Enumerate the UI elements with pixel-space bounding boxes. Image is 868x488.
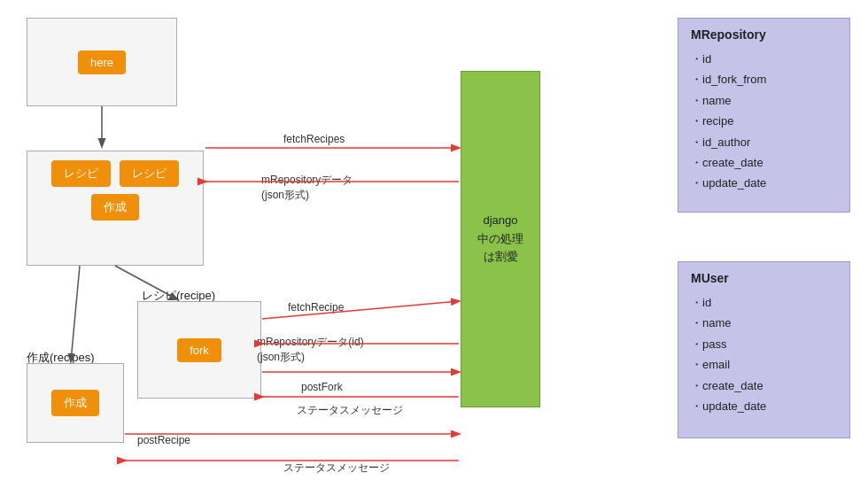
django-text: django中の処理は割愛 <box>477 212 523 267</box>
postfork-label: postFork <box>301 381 343 393</box>
muser-title: MUser <box>691 271 837 285</box>
muser-card: MUser ・id ・name ・pass ・email ・create_dat… <box>678 261 850 438</box>
sakusei-container: 作成 <box>27 364 123 442</box>
sakusei2-button[interactable]: 作成 <box>51 390 99 416</box>
mrepodataid-label: mRepositoryデータ(id)(json形式) <box>257 335 364 365</box>
login-box: here <box>27 18 177 106</box>
postrecipe-label: postRecipe <box>137 434 190 446</box>
mrepository-id-author: ・id_author <box>691 132 837 152</box>
status1-label: ステータスメッセージ <box>297 403 403 418</box>
ichiran-btn-container: レシピ レシピ 作成 <box>27 151 203 229</box>
login-btn-container: here <box>27 19 176 105</box>
mrepository-update-date: ・update_date <box>691 173 837 193</box>
mrepository-recipe: ・recipe <box>691 111 837 131</box>
fork-button[interactable]: fork <box>177 338 221 362</box>
muser-pass: ・pass <box>691 334 837 354</box>
fetchrecipe-label: fetchRecipe <box>288 301 344 314</box>
mrepository-id: ・id <box>691 49 837 69</box>
mrepodata1-label: mRepositoryデータ(json形式) <box>261 173 353 203</box>
fetchrecipes-label: fetchRecipes <box>283 133 345 145</box>
sakusei1-button[interactable]: 作成 <box>91 194 139 221</box>
recipe2-button[interactable]: レシピ <box>120 160 179 187</box>
muser-name: ・name <box>691 313 837 333</box>
mrepository-title: MRepository <box>691 27 837 42</box>
muser-create-date: ・create_date <box>691 376 837 396</box>
mrepository-card: MRepository ・id ・id_fork_from ・name ・rec… <box>678 18 850 213</box>
mrepository-name: ・name <box>691 90 837 111</box>
muser-id: ・id <box>691 292 837 313</box>
mrepository-create-date: ・create_date <box>691 152 837 173</box>
muser-email: ・email <box>691 354 837 375</box>
recipe-box: fork <box>137 301 261 399</box>
status2-label: ステータスメッセージ <box>283 461 390 476</box>
diagram-container: ログイン(index) here 一覧(recipes) レシピ レシピ 作成 … <box>0 0 868 488</box>
sakusei-box: 作成 <box>27 363 124 443</box>
fork-container: fork <box>138 302 260 398</box>
ichiran-row: レシピ レシピ <box>51 160 179 187</box>
svg-line-2 <box>71 266 80 361</box>
mrepository-id-fork-from: ・id_fork_from <box>691 69 837 89</box>
django-box: django中の処理は割愛 <box>461 71 540 407</box>
here-button[interactable]: here <box>78 50 126 74</box>
recipe1-button[interactable]: レシピ <box>51 160 111 187</box>
ichiran-box: レシピ レシピ 作成 <box>27 151 204 266</box>
muser-update-date: ・update_date <box>691 396 837 416</box>
